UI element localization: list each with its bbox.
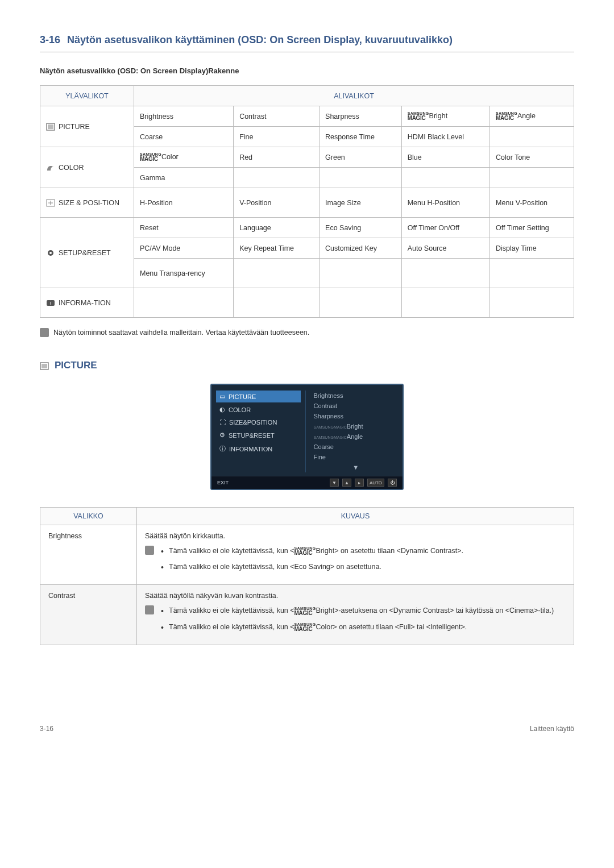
cell [401,259,489,288]
cell: SAMSUNGMAGICBright [401,106,489,127]
cell: H-Position [134,188,234,218]
cell: Red [234,147,320,168]
cell: Key Repeat Time [234,238,320,259]
note-icon [145,605,154,614]
cell: Image Size [320,188,402,218]
svg-rect-8 [42,364,47,368]
cell: Fine [234,127,320,147]
cell: Off Timer On/Off [401,218,489,238]
cell: Eco Saving [320,218,402,238]
description-table: VALIKKO KUVAUS Brightness Säätää näytön … [40,507,574,645]
osd-btn-enter: ▸ [355,479,364,487]
cell: Sharpness [320,106,402,127]
cell: SAMSUNGMAGICColor [134,147,234,168]
magic-logo: SAMSUNGMAGIC [294,546,316,556]
menu-picture-cell: PICTURE [40,106,134,147]
bullet: Tämä valikko ei ole käytettävissä, kun <… [161,622,566,632]
cell: Color Tone [490,147,574,168]
cell [490,259,574,288]
osd-btn-power: ⏻ [388,479,397,487]
cell: Green [320,147,402,168]
osd-structure-table: YLÄVALIKOT ALIVALIKOT PICTURE Brightness… [40,85,574,318]
cell [320,168,402,188]
note-text: Näytön toiminnot saattavat vaihdella mal… [53,329,309,337]
footer-right: Laitteen käyttö [530,725,574,733]
cell: Display Time [490,238,574,259]
section-picture-heading: PICTURE [40,360,574,371]
cell [134,288,234,318]
cell: Menu H-Position [401,188,489,218]
bullet: Tämä valikko ei ole käytettävissä, kun <… [161,562,566,572]
osd-sub: Sharpness [314,411,399,421]
desc-brightness-label: Brightness [40,525,137,585]
subheading: Näytön asetusvalikko (OSD: On Screen Dis… [40,67,574,75]
osd-sub: Brightness [314,391,399,401]
cell [401,288,489,318]
osd-sub: Contrast [314,401,399,411]
osd-sub: Coarse [314,442,399,452]
magic-logo: SAMSUNGMAGIC [294,622,316,632]
bullet: Tämä valikko ei ole käytettävissä, kun <… [161,546,566,556]
cell: Blue [401,147,489,168]
heading-title: Näytön asetusvalikon käyttäminen (OSD: O… [67,34,453,45]
page-heading: 3-16Näytön asetusvalikon käyttäminen (OS… [40,34,574,52]
cell: Reset [134,218,234,238]
picture-icon [40,362,49,369]
menu-setup-cell: SETUP&RESET [40,218,134,288]
size-icon [46,199,55,207]
menu-picture-label: PICTURE [59,123,90,131]
desc-contrast-label: Contrast [40,585,137,645]
menu-color-label: COLOR [59,164,84,172]
magic-logo: SAMSUNGMAGIC [140,152,161,162]
cell [320,288,402,318]
cell: HDMI Black Level [401,127,489,147]
menu-color-cell: COLOR [40,147,134,188]
cell: Auto Source [401,238,489,259]
footer-left: 3-16 [40,725,53,733]
magic-logo: SAMSUNGMAGIC [496,111,517,121]
osd-right-menu: Brightness Contrast Sharpness SAMSUNGMAG… [312,391,399,472]
section-picture-title: PICTURE [55,360,97,371]
osd-scroll-down: ▼ [314,462,399,472]
cell [401,168,489,188]
osd-sub: Fine [314,452,399,462]
cell: Gamma [134,168,234,188]
osd-screenshot: ▭PICTURE ◐COLOR ⛶SIZE&POSITION ⚙SETUP&RE… [210,384,404,490]
magic-logo: SAMSUNGMAGIC [408,111,429,121]
picture-icon [46,123,55,131]
cell: Menu Transpa-rency [134,259,234,288]
osd-btn-down: ▼ [330,479,339,487]
desc-intro: Säätää näytön kirkkautta. [145,532,566,540]
magic-logo: SAMSUNGMAGIC [294,607,316,616]
th-kuvaus: KUVAUS [137,508,574,525]
osd-btn-up: ▲ [342,479,351,487]
osd-sub: SAMSUNGMAGICBright [314,421,399,431]
page-footer: 3-16 Laitteen käyttö [40,725,574,733]
osd-sub: SAMSUNGMAGICAngle [314,431,399,442]
note-row: Näytön toiminnot saattavat vaihdella mal… [40,328,574,337]
menu-info-cell: i INFORMA-TION [40,288,134,318]
cell: Menu V-Position [490,188,574,218]
cell [234,259,320,288]
osd-item-setup: ⚙SETUP&RESET [216,429,301,441]
svg-point-4 [49,252,52,254]
info-icon: i [46,299,55,307]
cell: Contrast [234,106,320,127]
th-ylavalikot: YLÄVALIKOT [40,86,134,106]
cell: Customized Key [320,238,402,259]
desc-intro: Säätää näytöllä näkyvän kuvan kontrastia… [145,592,566,600]
menu-info-label: INFORMA-TION [59,299,111,307]
bullet: Tämä valikko ei ole käytettävissä, kun <… [161,605,566,616]
menu-setup-label: SETUP&RESET [59,249,111,257]
cell: Coarse [134,127,234,147]
osd-btn-auto: AUTO [367,479,384,487]
osd-footer: EXIT ▼ ▲ ▸ AUTO ⏻ [211,476,403,489]
th-valikko: VALIKKO [40,508,137,525]
cell: Language [234,218,320,238]
section-number: 3-16 [40,34,60,45]
cell: Off Timer Setting [490,218,574,238]
note-icon [145,546,154,555]
osd-item-size: ⛶SIZE&POSITION [216,417,301,428]
cell: Brightness [134,106,234,127]
th-alivalikot: ALIVALIKOT [134,86,574,106]
